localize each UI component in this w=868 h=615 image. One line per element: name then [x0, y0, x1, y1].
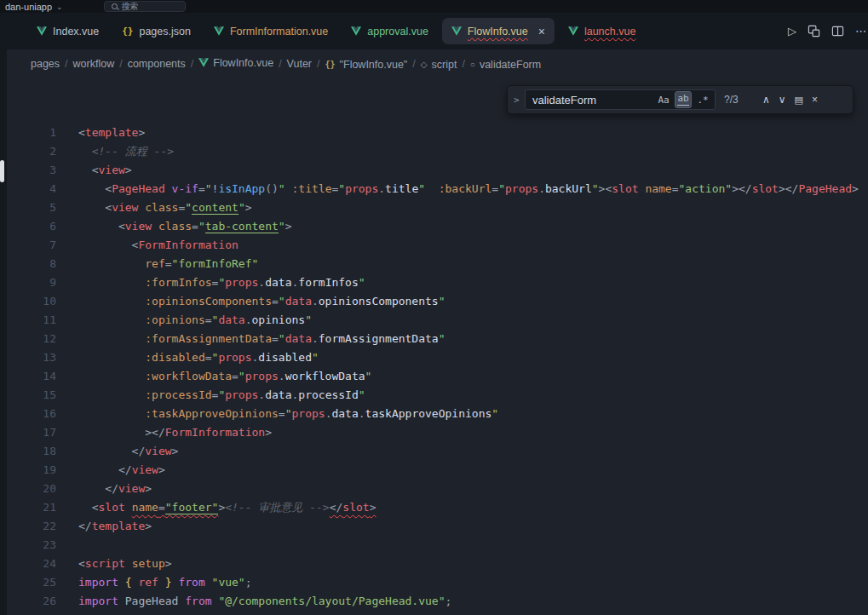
line-content: ref="formInfoRef" — [56, 255, 258, 273]
code-line-26[interactable]: 26import PageHead from "@/components/lay… — [7, 592, 868, 611]
code-line-25[interactable]: 25import { ref } from "vue"; — [7, 573, 868, 592]
line-number: 4 — [7, 180, 56, 198]
breadcrumb-separator: / — [412, 58, 415, 70]
line-number: 18 — [7, 442, 56, 461]
tab-pages-json[interactable]: {}pages.json — [112, 18, 200, 44]
breadcrumb-label: Vuter — [287, 58, 312, 70]
line-content: :formAssignmentData="data.formAssignment… — [56, 330, 445, 348]
vue-file-icon — [351, 26, 361, 36]
code-line-18[interactable]: 18 </view> — [7, 442, 868, 461]
code-line-11[interactable]: 11 :opinions="data.opinions" — [7, 311, 868, 330]
breadcrumb-item-components[interactable]: components — [128, 58, 186, 70]
breadcrumb: pages/workflow/components/FlowInfo.vue/V… — [0, 49, 868, 78]
breadcrumb-item-vuter[interactable]: Vuter — [287, 58, 312, 70]
breadcrumb-item-validateform[interactable]: ○validateForm — [470, 59, 541, 71]
line-content: <template> — [56, 124, 145, 142]
code-line-21[interactable]: 21 <slot name="footer"><!-- 审批意见 --></sl… — [7, 498, 868, 517]
symbol-script-icon: ◇ — [421, 60, 428, 69]
line-number: 15 — [7, 386, 56, 405]
find-toggles: Aaab.* — [655, 91, 711, 108]
line-content: <!-- 流程 --> — [56, 142, 174, 161]
code-line-22[interactable]: 22</template> — [7, 517, 868, 536]
line-content: </template> — [56, 517, 152, 536]
line-content: :opinionsComponents="data.opinionsCompon… — [56, 292, 445, 311]
tab-launch-vue[interactable]: launch.vue — [559, 18, 645, 44]
editor-actions: ▷ ⋯ — [788, 25, 868, 37]
line-content: :opinions="data.opinions" — [56, 311, 312, 330]
breadcrumb-separator: / — [317, 58, 319, 70]
code-line-24[interactable]: 24<script setup> — [7, 555, 868, 573]
code-line-19[interactable]: 19 </view> — [7, 461, 868, 480]
line-number: 14 — [7, 367, 56, 386]
chevron-down-icon: ⌄ — [56, 3, 63, 11]
workspace-title[interactable]: dan-uniapp ⌄ — [5, 2, 63, 12]
breadcrumb-separator: / — [462, 58, 464, 70]
breadcrumb-label: components — [128, 58, 186, 70]
sidebar-active-indicator — [0, 160, 4, 182]
breadcrumb-item--flowinfo-vue-[interactable]: {}"FlowInfo.vue" — [325, 59, 408, 71]
line-content: <view> — [56, 161, 132, 180]
toggle-replace-button[interactable]: > — [514, 95, 525, 106]
line-number: 20 — [7, 480, 56, 498]
symbol-function-icon: ○ — [470, 60, 475, 69]
tab-flowinfo-vue[interactable]: FlowInfo.vue× — [442, 18, 555, 44]
global-search-label: 搜索 — [122, 1, 139, 13]
find-next-button[interactable]: ∨ — [779, 94, 786, 106]
tab-label: pages.json — [139, 26, 190, 37]
code-line-10[interactable]: 10 :opinionsComponents="data.opinionsCom… — [7, 292, 868, 311]
line-number: 21 — [7, 498, 56, 517]
tab-approval-vue[interactable]: approval.vue — [342, 18, 438, 44]
code-line-9[interactable]: 9 :formInfos="props.data.formInfos" — [7, 273, 868, 292]
code-line-12[interactable]: 12 :formAssignmentData="data.formAssignm… — [7, 330, 868, 348]
code-line-14[interactable]: 14 :workflowData="props.workflowData" — [7, 367, 868, 386]
tab-label: approval.vue — [367, 26, 428, 37]
tab-index-vue[interactable]: Index.vue — [27, 18, 108, 44]
whole-word-toggle[interactable]: ab — [675, 91, 692, 108]
line-number: 8 — [7, 255, 56, 273]
code-line-15[interactable]: 15 :processId="props.data.processId" — [7, 386, 868, 405]
find-input[interactable] — [532, 94, 633, 106]
breadcrumb-item-pages[interactable]: pages — [31, 58, 60, 70]
run-button[interactable]: ▷ — [788, 25, 796, 37]
breadcrumb-item-flowinfo-vue[interactable]: FlowInfo.vue — [198, 57, 273, 69]
close-icon[interactable]: × — [538, 26, 545, 37]
line-content — [56, 536, 78, 555]
regex-toggle[interactable]: .* — [694, 91, 711, 108]
line-content: :disabled="props.disabled" — [56, 348, 319, 367]
code-line-4[interactable]: 4 <PageHead v-if="!isInApp()" :title="pr… — [7, 180, 868, 198]
code-line-2[interactable]: 2 <!-- 流程 --> — [7, 142, 868, 161]
vue-file-icon — [568, 26, 578, 36]
code-line-23[interactable]: 23 — [7, 536, 868, 555]
code-editor[interactable]: 1<template>2 <!-- 流程 -->3 <view>4 <PageH… — [7, 78, 868, 615]
breadcrumb-label: script — [432, 59, 457, 71]
breadcrumb-label: FlowInfo.vue — [213, 57, 273, 69]
line-content: :processId="props.data.processId" — [56, 386, 365, 405]
code-line-20[interactable]: 20 </view> — [7, 480, 868, 498]
code-line-5[interactable]: 5 <view class="content"> — [7, 198, 868, 217]
line-number: 3 — [7, 161, 56, 180]
split-editor-button[interactable] — [831, 25, 844, 37]
code-line-16[interactable]: 16 :taskApproveOpinions="props.data.task… — [7, 405, 868, 423]
code-line-13[interactable]: 13 :disabled="props.disabled" — [7, 348, 868, 367]
line-content: </view> — [56, 461, 165, 480]
find-in-selection-button[interactable]: ▤ — [795, 95, 803, 106]
tab-forminformation-vue[interactable]: FormInformation.vue — [204, 18, 337, 44]
breadcrumb-separator: / — [65, 58, 67, 70]
code-line-1[interactable]: 1<template> — [7, 124, 868, 142]
code-line-8[interactable]: 8 ref="formInfoRef" — [7, 255, 868, 273]
code-line-6[interactable]: 6 <view class="tab-content"> — [7, 217, 868, 236]
match-case-toggle[interactable]: Aa — [655, 91, 672, 108]
code-line-7[interactable]: 7 <FormInformation — [7, 236, 868, 255]
breadcrumb-item-workflow[interactable]: workflow — [73, 58, 115, 70]
line-number: 11 — [7, 311, 56, 330]
code-line-17[interactable]: 17 ></FormInformation> — [7, 423, 868, 442]
global-search-box[interactable]: 搜索 — [104, 1, 186, 12]
code-area[interactable]: 1<template>2 <!-- 流程 -->3 <view>4 <PageH… — [7, 78, 868, 611]
json-file-icon: {} — [122, 26, 133, 37]
find-previous-button[interactable]: ∧ — [762, 94, 770, 106]
breadcrumb-item-script[interactable]: ◇script — [421, 59, 457, 71]
more-actions-button[interactable]: ⋯ — [855, 25, 866, 37]
find-close-button[interactable]: × — [812, 94, 818, 106]
code-line-3[interactable]: 3 <view> — [7, 161, 868, 180]
open-changes-icon[interactable] — [808, 25, 820, 37]
